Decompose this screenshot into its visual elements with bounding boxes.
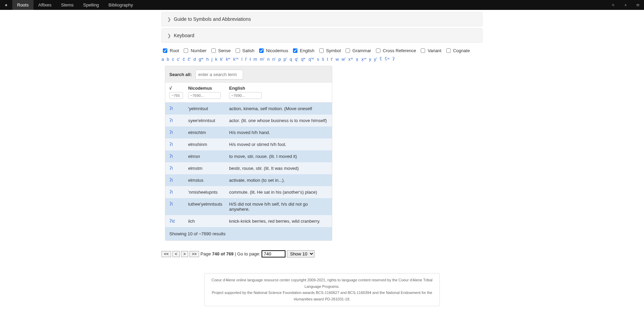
letter-link[interactable]: w	[336, 57, 339, 62]
letter-link[interactable]: k	[215, 57, 218, 62]
col-english-filter[interactable]	[229, 92, 262, 99]
letter-link[interactable]: p'	[284, 57, 287, 62]
letter-link[interactable]: xʷ	[348, 57, 353, 62]
letter-link[interactable]: b	[167, 57, 169, 62]
nicodemus-cell: 'yelmntsut	[188, 106, 229, 111]
letter-link[interactable]: c'	[177, 57, 180, 62]
letter-link[interactable]: l	[241, 57, 242, 62]
letter-link[interactable]: š	[322, 57, 324, 62]
letter-link[interactable]: q'	[295, 57, 298, 62]
letter-link[interactable]: t'	[331, 57, 333, 62]
nav-bibliography[interactable]: Bibliography	[104, 0, 138, 10]
letter-link[interactable]: t	[327, 57, 328, 62]
letter-link[interactable]: ʕʷ	[385, 57, 390, 62]
filter-number[interactable]: Number	[182, 47, 206, 54]
table-row: ʔlelmichtmH/s moved h/h hand.	[165, 127, 332, 138]
letter-link[interactable]: č'	[187, 57, 191, 62]
table-header: √ Nicodemus English	[165, 83, 332, 103]
letter-link[interactable]: m	[253, 57, 257, 62]
col-root-label: √	[169, 86, 188, 91]
filter-nicodemus[interactable]: Nicodemus	[258, 47, 288, 54]
user-icon[interactable]	[619, 0, 632, 10]
letter-link[interactable]: x̣ʷ	[361, 57, 366, 62]
col-nicodemus-filter[interactable]	[188, 92, 221, 99]
letter-link[interactable]: l'	[245, 57, 247, 62]
letter-index: abcc'čč'dgʷhjkk'kʷk'ʷll'łmm'nn'pp'qq'qʷq…	[162, 57, 482, 62]
root-link[interactable]: ʔlč	[169, 219, 175, 224]
letter-link[interactable]: d	[193, 57, 196, 62]
filter-variant[interactable]: Variant	[419, 47, 441, 54]
letter-link[interactable]: č	[183, 57, 185, 62]
filter-sense[interactable]: Sense	[210, 47, 231, 54]
root-link[interactable]: ʔl	[169, 130, 173, 135]
search-row: Search all:	[165, 66, 332, 83]
mail-icon[interactable]	[632, 0, 644, 10]
nav-spelling[interactable]: Spelling	[79, 0, 104, 10]
root-link[interactable]: ʔl	[169, 190, 173, 195]
col-root-filter[interactable]	[169, 92, 183, 99]
keyboard-panel[interactable]: ❯ Keyboard	[162, 28, 482, 43]
filter-salish[interactable]: Salish	[234, 47, 254, 54]
filter-cognate[interactable]: Cognate	[445, 47, 470, 54]
english-cell: actor. (lit. one whose business is to mo…	[229, 118, 328, 123]
letter-link[interactable]: q	[290, 57, 292, 62]
page-goto-input[interactable]	[262, 250, 285, 257]
filter-grammar[interactable]: Grammar	[344, 47, 371, 54]
nav-affixes[interactable]: Affixes	[33, 0, 56, 10]
chevron-right-icon: ❯	[167, 17, 171, 22]
letter-link[interactable]: ł	[250, 57, 251, 62]
page-prev-button[interactable]: <	[172, 251, 180, 257]
filter-english[interactable]: English	[292, 47, 314, 54]
letter-link[interactable]: j	[211, 57, 212, 62]
letter-link[interactable]: kʷ	[226, 57, 231, 62]
table-row: ʔlelmstmbestir, rouse, stir. (lit. It wa…	[165, 162, 332, 174]
root-link[interactable]: ʔl	[169, 106, 173, 111]
letter-link[interactable]: q'ʷ	[308, 57, 314, 62]
footer-line2: Project supported by the National Scienc…	[211, 290, 433, 302]
filter-cross-reference[interactable]: Cross Reference	[375, 47, 416, 54]
root-link[interactable]: ʔl	[169, 118, 173, 123]
letter-link[interactable]: c	[172, 57, 174, 62]
letter-link[interactable]: s	[317, 57, 319, 62]
root-link[interactable]: ʔl	[169, 202, 173, 207]
nav-left: RootsAffixesStemsSpellingBibliography	[0, 0, 138, 10]
root-link[interactable]: ʔl	[169, 178, 173, 183]
nav-roots[interactable]: Roots	[12, 0, 33, 10]
letter-link[interactable]: qʷ	[301, 57, 306, 62]
letter-link[interactable]: n'	[272, 57, 276, 62]
search-input[interactable]	[195, 70, 243, 79]
table-row: ʔlelmstusactivate, motion (to set in...)…	[165, 174, 332, 186]
root-link[interactable]: ʔl	[169, 142, 173, 147]
letter-link[interactable]: p	[278, 57, 281, 62]
filter-root[interactable]: Root	[162, 47, 179, 54]
page-label: Page 740 of 769 | Go to page:	[200, 251, 260, 256]
letter-link[interactable]: w'	[341, 57, 346, 62]
letter-link[interactable]: h	[206, 57, 209, 62]
home-icon[interactable]	[0, 0, 12, 10]
letter-link[interactable]: n	[267, 57, 269, 62]
letter-link[interactable]: ʕ	[380, 57, 382, 62]
nicodemus-cell: ilch	[188, 219, 229, 224]
table-row: ʔl'nmisheelupntscommute. (lit. He sat in…	[165, 186, 332, 198]
page-last-button[interactable]: >>	[190, 251, 199, 257]
page-first-button[interactable]: <<	[162, 251, 171, 257]
letter-link[interactable]: x̣	[356, 57, 359, 62]
search-icon[interactable]	[607, 0, 619, 10]
letter-link[interactable]: y'	[374, 57, 377, 62]
letter-link[interactable]: ʔ	[392, 57, 395, 62]
english-cell: knick-knick berries, red berries, wild c…	[229, 219, 328, 224]
filter-symbol[interactable]: Symbol	[318, 47, 341, 54]
page-size-select[interactable]: Show 10	[287, 250, 314, 257]
table-row: ʔlsyee'elmntsutactor. (lit. one whose bu…	[165, 115, 332, 127]
root-link[interactable]: ʔl	[169, 154, 173, 159]
letter-link[interactable]: a	[162, 57, 164, 62]
letter-link[interactable]: y	[369, 57, 372, 62]
root-link[interactable]: ʔl	[169, 166, 173, 171]
nav-stems[interactable]: Stems	[56, 0, 79, 10]
letter-link[interactable]: m'	[260, 57, 264, 62]
letter-link[interactable]: k'ʷ	[233, 57, 239, 62]
guide-panel[interactable]: ❯ Guide to Symbols and Abbreviations	[162, 12, 482, 26]
letter-link[interactable]: gʷ	[199, 57, 204, 62]
letter-link[interactable]: k'	[220, 57, 223, 62]
page-next-button[interactable]: >	[181, 251, 188, 257]
